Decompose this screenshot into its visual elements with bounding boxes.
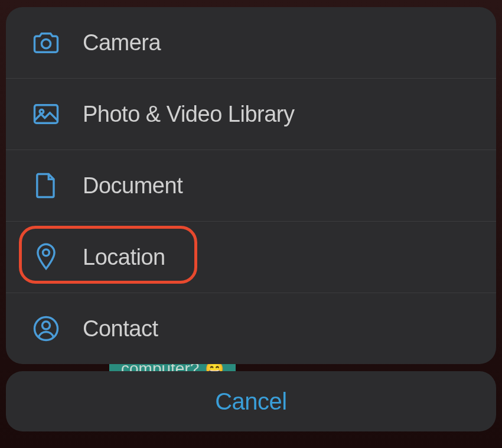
menu-item-label: Camera: [83, 30, 161, 56]
menu-item-label: Document: [83, 173, 182, 199]
menu-item-camera[interactable]: Camera: [6, 7, 496, 79]
contact-icon: [28, 311, 64, 346]
svg-point-5: [43, 322, 50, 329]
menu-item-document[interactable]: Document: [6, 150, 496, 222]
attachment-action-sheet: Camera Photo & Video Library Document: [6, 7, 496, 364]
location-icon: [28, 239, 64, 275]
cancel-button[interactable]: Cancel: [6, 371, 496, 431]
menu-item-contact[interactable]: Contact: [6, 293, 496, 364]
menu-item-label: Contact: [83, 316, 158, 342]
svg-point-3: [43, 249, 50, 256]
menu-item-label: Location: [83, 245, 165, 270]
document-icon: [28, 168, 64, 203]
menu-item-label: Photo & Video Library: [83, 102, 294, 127]
menu-item-photo-video[interactable]: Photo & Video Library: [6, 79, 496, 150]
svg-rect-1: [35, 105, 58, 123]
menu-item-location[interactable]: Location: [6, 222, 496, 293]
cancel-label: Cancel: [215, 388, 287, 415]
camera-icon: [28, 25, 64, 60]
svg-point-2: [40, 109, 44, 113]
svg-point-0: [41, 40, 50, 48]
photo-icon: [28, 96, 64, 132]
